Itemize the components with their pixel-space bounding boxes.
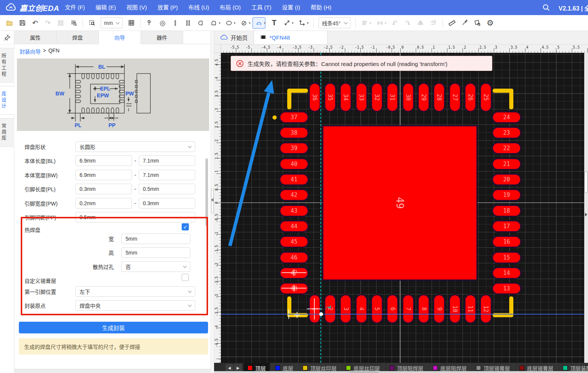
- flip-vertical-icon[interactable]: [427, 17, 440, 29]
- zoom-area-icon[interactable]: [86, 17, 98, 29]
- dimension-dropdown-icon[interactable]: ▾: [292, 21, 296, 25]
- menu-place[interactable]: 放置 (P): [152, 0, 183, 15]
- measure-tool-icon[interactable]: [458, 17, 471, 29]
- pad-34[interactable]: 34: [340, 83, 352, 112]
- pad-12[interactable]: 12: [480, 294, 492, 324]
- pad-33[interactable]: 33: [355, 83, 368, 112]
- pad-15[interactable]: 15: [492, 252, 521, 264]
- silk-corner-top-right[interactable]: [509, 89, 513, 109]
- settings-gear-icon[interactable]: ⚙: [484, 17, 497, 29]
- pad-shape-select[interactable]: 长圆形: [75, 141, 195, 152]
- menu-file[interactable]: 文件 (F): [60, 0, 90, 15]
- breadcrumb-link[interactable]: 封装向导: [20, 48, 41, 55]
- doc-tab-qfn48[interactable]: *QFN48: [254, 31, 328, 44]
- distribute-icon[interactable]: [374, 17, 386, 29]
- body-width-max-input[interactable]: [139, 170, 195, 180]
- layer-scroll-right-icon[interactable]: ▶: [234, 364, 242, 372]
- body-length-min-input[interactable]: [75, 155, 132, 166]
- rotate-cw-icon[interactable]: [401, 17, 414, 29]
- distribute-dropdown-icon[interactable]: ▾: [385, 21, 389, 25]
- pad-41[interactable]: 41: [279, 173, 309, 186]
- check-footprint-icon[interactable]: [471, 17, 484, 29]
- pin-pitch-input[interactable]: [75, 212, 195, 223]
- thermal-width-input[interactable]: [121, 233, 190, 244]
- pad-39[interactable]: 39: [279, 142, 309, 154]
- keepout-icon[interactable]: ⊘: [237, 17, 250, 29]
- hscroll-thumb[interactable]: [349, 371, 378, 373]
- body-width-min-input[interactable]: [75, 170, 132, 180]
- pad-18[interactable]: 18: [492, 205, 521, 217]
- ellipse-icon[interactable]: [222, 17, 235, 29]
- expand-panel-icon[interactable]: [585, 213, 587, 216]
- search-icon[interactable]: [542, 3, 550, 13]
- pad-30[interactable]: 30: [402, 83, 414, 112]
- origin-tool-icon[interactable]: [296, 17, 308, 29]
- collapse-panel-icon[interactable]: [211, 198, 213, 202]
- menu-settings[interactable]: 设置 (I): [277, 0, 305, 15]
- pad-4[interactable]: 4: [355, 294, 368, 324]
- thermal-pad-checkbox[interactable]: ✓: [182, 223, 189, 230]
- pad-8[interactable]: 8: [418, 294, 430, 324]
- pad-6[interactable]: 6: [386, 294, 398, 324]
- pad-17[interactable]: 17: [492, 220, 521, 232]
- tab-device[interactable]: 器件: [141, 31, 183, 44]
- pad-49[interactable]: 49: [322, 125, 478, 281]
- pad-27[interactable]: 27: [449, 83, 461, 112]
- tab-pad[interactable]: 焊盘: [57, 31, 99, 44]
- pad-43[interactable]: 43: [279, 205, 309, 217]
- pad-40[interactable]: 40: [279, 158, 309, 170]
- pcb-canvas[interactable]: 3635343332313029282726251234567891011123…: [221, 53, 588, 363]
- thermal-height-input[interactable]: [121, 247, 190, 258]
- pad-36[interactable]: 36: [309, 83, 321, 112]
- pad-44[interactable]: 44: [279, 220, 309, 232]
- grid-settings-icon[interactable]: [125, 17, 138, 29]
- silk-corner-top-left[interactable]: [287, 89, 291, 109]
- pad-35[interactable]: 35: [324, 83, 336, 112]
- package-origin-select[interactable]: 焊盘中央: [75, 300, 195, 311]
- pad-37[interactable]: 37: [279, 111, 309, 123]
- pad-11[interactable]: 11: [464, 294, 476, 324]
- doc-tab-start-page[interactable]: 开始页: [214, 31, 254, 44]
- flip-horizontal-icon[interactable]: [414, 17, 427, 29]
- line-mode-select[interactable]: 线条45°: [318, 17, 350, 28]
- align-dropdown-icon[interactable]: ▾: [370, 21, 374, 25]
- custom-paste-checkbox[interactable]: [182, 274, 189, 281]
- pad-shape-icon[interactable]: [194, 17, 207, 29]
- pad-38[interactable]: 38: [279, 127, 309, 139]
- pin-length-max-input[interactable]: [139, 184, 195, 194]
- undo-icon[interactable]: ↶: [29, 17, 41, 29]
- body-length-max-input[interactable]: [139, 155, 195, 166]
- menu-help[interactable]: 帮助 (H): [305, 0, 337, 15]
- pad-31[interactable]: 31: [386, 83, 398, 112]
- pad-9[interactable]: 9: [433, 294, 445, 324]
- pad-21[interactable]: 21: [492, 158, 521, 170]
- dimension-icon[interactable]: [280, 17, 293, 29]
- origin-dropdown-icon[interactable]: ▾: [307, 21, 311, 25]
- pad-19[interactable]: 19: [492, 189, 521, 201]
- layout-grid-icon[interactable]: [54, 17, 67, 29]
- first-pin-select[interactable]: 左下: [75, 286, 195, 297]
- save-icon[interactable]: [16, 17, 29, 29]
- pad-23[interactable]: 23: [492, 127, 521, 139]
- pad-tool-icon[interactable]: [169, 17, 182, 29]
- redo-icon[interactable]: ↷: [41, 17, 54, 29]
- tab-attribute[interactable]: 属性: [14, 31, 57, 44]
- pad-29[interactable]: 29: [418, 83, 430, 112]
- new-file-icon[interactable]: [3, 17, 16, 29]
- rotate-ccw-icon[interactable]: [389, 17, 401, 29]
- sidebar-item-library-design[interactable]: 库设计: [0, 86, 14, 115]
- canvas-horizontal-scrollbar[interactable]: [214, 371, 588, 373]
- align-icon[interactable]: [358, 17, 371, 29]
- menu-layout[interactable]: 布局 (O): [214, 0, 246, 15]
- text-tool-icon[interactable]: T: [268, 17, 280, 29]
- pad-14[interactable]: 14: [492, 267, 521, 279]
- menu-edit[interactable]: 编辑 (E): [90, 0, 121, 15]
- pad-7[interactable]: 7: [402, 294, 414, 324]
- pad-45[interactable]: 45: [279, 236, 309, 248]
- pad-3[interactable]: 3: [340, 294, 352, 324]
- pad-10[interactable]: 10: [449, 294, 461, 324]
- unit-select[interactable]: mm: [101, 17, 122, 28]
- arc-tool-icon[interactable]: [253, 17, 265, 29]
- thermal-via-select[interactable]: 否: [121, 261, 190, 272]
- pad-22[interactable]: 22: [492, 142, 521, 154]
